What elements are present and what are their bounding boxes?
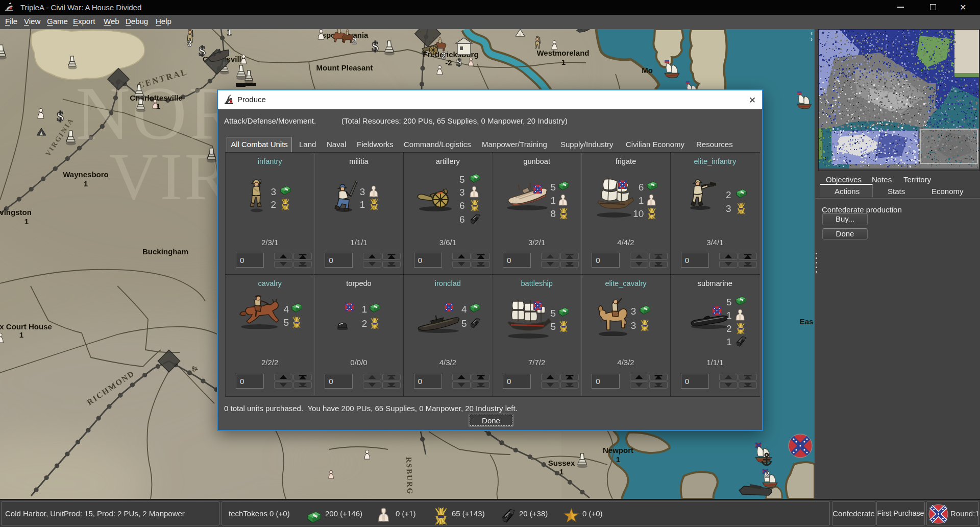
svg-text:2: 2 [441,51,446,61]
svg-text:Newport: Newport [603,446,633,454]
svg-text:Westmoreland: Westmoreland [536,49,589,57]
svg-text:1: 1 [559,467,564,476]
svg-text:›: › [811,36,813,43]
svg-text:$: $ [199,43,206,59]
svg-text:Mo: Mo [642,66,653,75]
svg-text:1: 1 [19,330,23,339]
svg-text:2: 2 [352,36,356,46]
svg-text:2: 2 [765,470,769,480]
svg-text:3: 3 [187,39,191,49]
svg-text:$: $ [372,39,379,54]
svg-text:Waynesboro: Waynesboro [63,170,108,179]
svg-text:ox Court House: ox Court House [0,322,52,331]
svg-text:1: 1 [84,179,88,188]
svg-text:$: $ [456,56,462,68]
svg-text:Mount Pleasant: Mount Pleasant [316,63,373,72]
svg-text:Eas: Eas [800,317,814,326]
svg-text:1: 1 [227,29,231,37]
svg-text:1: 1 [616,455,620,464]
svg-text:1: 1 [24,217,29,226]
svg-text:$: $ [57,109,64,124]
svg-text:ovingston: ovingston [0,208,32,217]
svg-text:Buckingham: Buckingham [142,247,188,256]
svg-text:-2: -2 [445,58,452,67]
svg-text:1: 1 [561,58,566,66]
svg-text:RSBURG: RSBURG [405,457,414,495]
svg-text:Sussex: Sussex [548,459,575,467]
